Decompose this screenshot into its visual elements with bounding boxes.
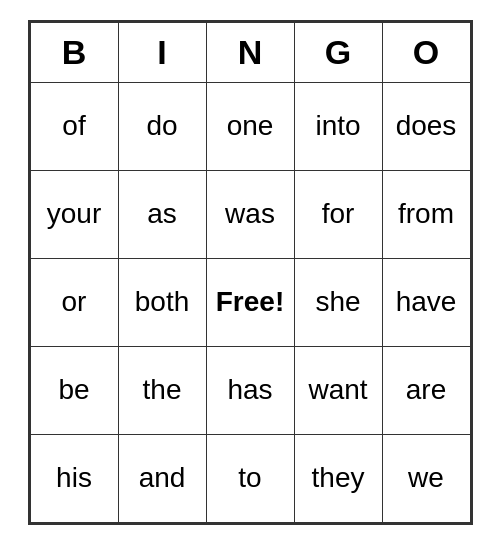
table-row: of do one into does (30, 82, 470, 170)
table-row: his and to they we (30, 434, 470, 522)
cell-r5c4: they (294, 434, 382, 522)
bingo-body: of do one into does your as was for from… (30, 82, 470, 522)
cell-r3c5: have (382, 258, 470, 346)
cell-r4c2: the (118, 346, 206, 434)
header-i: I (118, 22, 206, 82)
table-row: or both Free! she have (30, 258, 470, 346)
table-row: be the has want are (30, 346, 470, 434)
cell-r3c2: both (118, 258, 206, 346)
cell-r1c3: one (206, 82, 294, 170)
cell-r2c1: your (30, 170, 118, 258)
cell-r5c2: and (118, 434, 206, 522)
cell-r4c4: want (294, 346, 382, 434)
cell-r3c1: or (30, 258, 118, 346)
header-o: O (382, 22, 470, 82)
cell-r5c1: his (30, 434, 118, 522)
bingo-card: B I N G O of do one into does your as wa… (28, 20, 473, 525)
header-n: N (206, 22, 294, 82)
cell-r2c3: was (206, 170, 294, 258)
header-row: B I N G O (30, 22, 470, 82)
header-g: G (294, 22, 382, 82)
cell-r2c2: as (118, 170, 206, 258)
cell-r1c4: into (294, 82, 382, 170)
cell-r4c3: has (206, 346, 294, 434)
cell-r2c5: from (382, 170, 470, 258)
cell-r1c5: does (382, 82, 470, 170)
free-space: Free! (206, 258, 294, 346)
cell-r2c4: for (294, 170, 382, 258)
bingo-table: B I N G O of do one into does your as wa… (30, 22, 471, 523)
cell-r3c4: she (294, 258, 382, 346)
cell-r1c1: of (30, 82, 118, 170)
cell-r4c5: are (382, 346, 470, 434)
table-row: your as was for from (30, 170, 470, 258)
cell-r5c5: we (382, 434, 470, 522)
cell-r5c3: to (206, 434, 294, 522)
cell-r4c1: be (30, 346, 118, 434)
cell-r1c2: do (118, 82, 206, 170)
header-b: B (30, 22, 118, 82)
